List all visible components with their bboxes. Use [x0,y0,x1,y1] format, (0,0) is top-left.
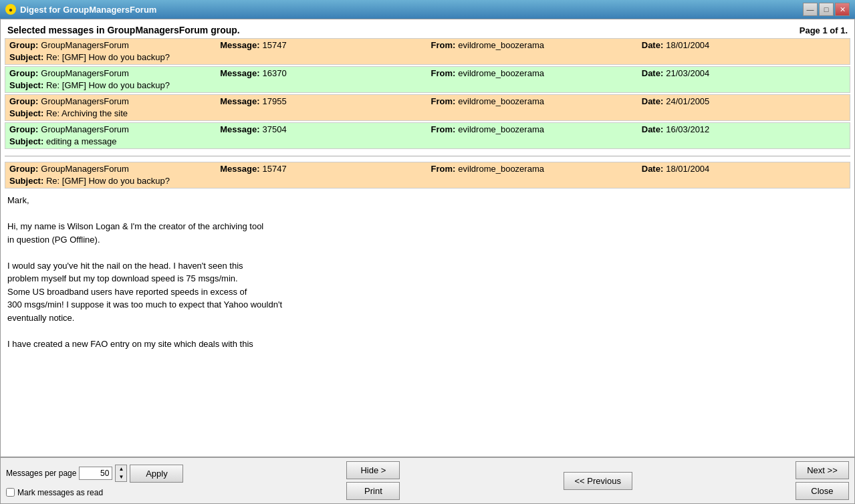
detail-header-row: Group: GroupManagersForum Message: 15747… [5,162,850,188]
msg-date-value-0: 18/01/2004 [666,40,709,50]
app-icon: ● [5,4,16,15]
msg-message-label-1: Message: [220,68,259,78]
body-line: Mark, [7,194,848,207]
detail-message-value: 15747 [263,164,287,174]
detail-from-label: From: [431,164,456,174]
page-info: Page 1 of 1. [800,25,848,35]
apply-button[interactable]: Apply [130,465,183,483]
msg-date-value-3: 16/03/2012 [666,124,709,134]
msg-from-value-3: evildrome_boozerama [458,124,544,134]
body-line [7,324,848,338]
detail-group-value: GroupManagersForum [41,164,129,174]
per-page-label: Messages per page [6,469,76,478]
bottom-center-buttons: Hide > Print [346,461,400,500]
message-row-2[interactable]: Group: GroupManagersForum Message: 17955… [5,94,850,121]
msg-date-label-2: Date: [642,96,664,106]
page-header: Selected messages in GroupManagersForum … [1,19,854,38]
body-line: Hi, my name is Wilson Logan & I'm the cr… [7,220,848,233]
msg-from-value-0: evildrome_boozerama [458,40,544,50]
maximize-button[interactable]: □ [819,3,834,16]
close-window-button[interactable]: ✕ [835,3,850,16]
msg-message-value-3: 37504 [263,124,287,134]
msg-subject-label-1: Subject: [9,80,43,90]
msg-from-label-3: From: [431,124,456,134]
body-line: Some US broadband users have reported sp… [7,285,848,299]
message-row-0[interactable]: Group: GroupManagersForum Message: 15747… [5,38,850,65]
detail-subject-label: Subject: [9,176,43,186]
next-close-buttons: Next >> Close [796,461,849,500]
msg-date-label-0: Date: [642,40,664,50]
msg-subject-label-3: Subject: [9,136,43,146]
msg-date-label-1: Date: [642,68,664,78]
app-title: Digest for GroupManagersForum [20,5,156,15]
previous-button[interactable]: << Previous [564,472,632,490]
detail-group-label: Group: [9,164,38,174]
detail-from-value: evildrome_boozerama [458,164,544,174]
msg-subject-value-0: Re: [GMF] How do you backup? [46,52,170,62]
msg-group-label-3: Group: [9,124,38,134]
body-line: 300 msgs/min! I suppose it was too much … [7,298,848,311]
main-window: Selected messages in GroupManagersForum … [0,19,855,504]
title-bar: ● Digest for GroupManagersForum — □ ✕ [0,0,855,19]
hide-button[interactable]: Hide > [346,461,400,479]
msg-group-label-1: Group: [9,68,38,78]
per-page-input[interactable] [79,467,112,480]
body-line [7,207,848,221]
msg-from-label-0: From: [431,40,456,50]
body-line: problem myself but my top download speed… [7,272,848,285]
next-button[interactable]: Next >> [796,461,849,479]
msg-group-value-0: GroupManagersForum [41,40,129,50]
msg-subject-value-2: Re: Archiving the site [46,108,128,118]
msg-from-label-1: From: [431,68,456,78]
minimize-button[interactable]: — [803,3,818,16]
messages-list: Group: GroupManagersForum Message: 15747… [1,38,854,150]
body-line [7,246,848,259]
msg-from-label-2: From: [431,96,456,106]
msg-group-label-2: Group: [9,96,38,106]
msg-message-value-0: 15747 [263,40,287,50]
msg-message-label-2: Message: [220,96,259,106]
msg-subject-value-1: Re: [GMF] How do you backup? [46,80,170,90]
message-detail-header: Group: GroupManagersForum Message: 15747… [1,162,854,190]
detail-date-label: Date: [642,164,664,174]
per-page-controls: Messages per page ▲ ▼ Apply [6,465,183,483]
msg-date-value-2: 24/01/2005 [666,96,709,106]
mark-read-label: Mark messages as read [17,488,103,497]
body-line: I have created a new FAO entry on my sit… [7,338,848,351]
msg-message-value-2: 17955 [263,96,287,106]
msg-subject-label-2: Subject: [9,108,43,118]
msg-subject-value-3: editing a message [46,136,117,146]
detail-subject-value: Re: [GMF] How do you backup? [46,176,170,186]
bottom-bar: Messages per page ▲ ▼ Apply Mark message… [1,457,854,503]
msg-group-value-2: GroupManagersForum [41,96,129,106]
mark-read-control: Mark messages as read [6,488,183,497]
msg-group-value-1: GroupManagersForum [41,68,129,78]
msg-message-label-3: Message: [220,124,259,134]
spinner-down[interactable]: ▼ [116,473,126,481]
detail-message-label: Message: [220,164,259,174]
msg-date-label-3: Date: [642,124,664,134]
divider [5,156,850,156]
message-row-3[interactable]: Group: GroupManagersForum Message: 37504… [5,122,850,149]
msg-subject-label-0: Subject: [9,52,43,62]
msg-date-value-1: 21/03/2004 [666,68,709,78]
mark-read-checkbox[interactable] [6,488,15,497]
close-button[interactable]: Close [796,482,849,500]
body-line: eventually notice. [7,311,848,325]
bottom-left-wrapper: Messages per page ▲ ▼ Apply Mark message… [6,465,183,497]
body-line: in question (PG Offline). [7,233,848,247]
window-controls: — □ ✕ [803,3,850,16]
msg-group-label-0: Group: [9,40,38,50]
msg-message-label-0: Message: [220,40,259,50]
page-header-title: Selected messages in GroupManagersForum … [7,25,240,35]
print-button[interactable]: Print [346,482,400,500]
detail-date-value: 18/01/2004 [666,164,709,174]
message-row-1[interactable]: Group: GroupManagersForum Message: 16370… [5,66,850,93]
message-body: Mark, Hi, my name is Wilson Logan & I'm … [1,190,854,457]
msg-group-value-3: GroupManagersForum [41,124,129,134]
nav-buttons: << Previous [564,472,632,490]
body-line: I would say you've hit the nail on the h… [7,259,848,273]
msg-message-value-1: 16370 [263,68,287,78]
msg-from-value-1: evildrome_boozerama [458,68,544,78]
spinner-up[interactable]: ▲ [116,465,126,473]
